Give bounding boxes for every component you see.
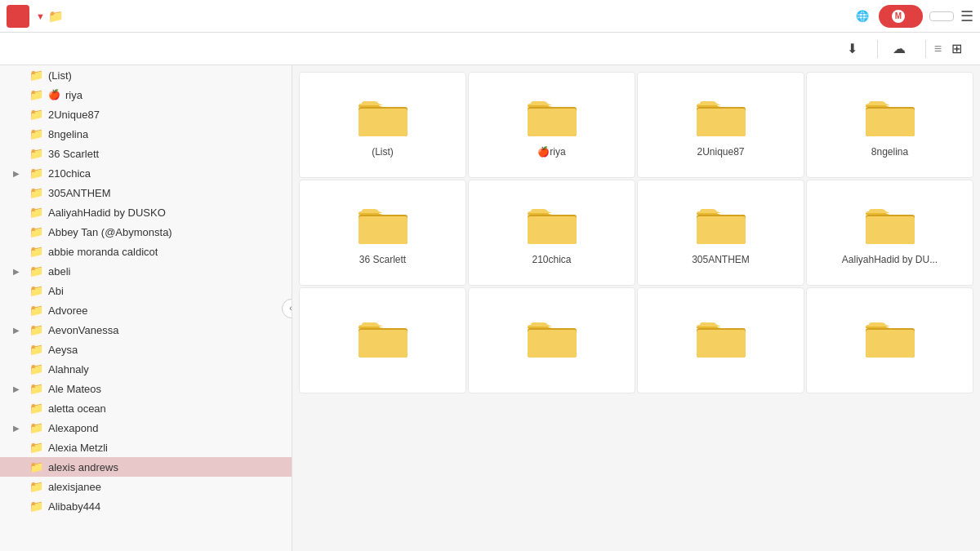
grid-folder-label: 36 Scarlett: [359, 254, 406, 265]
sidebar-folder-icon: 📁: [29, 284, 43, 297]
folder-icon-svg: [357, 203, 409, 246]
toolbar-divider-2: [925, 40, 926, 58]
sidebar-folder-icon: 📁: [29, 460, 43, 473]
sidebar-folder-icon: 📁: [29, 88, 43, 101]
grid-view-button[interactable]: ⊞: [947, 38, 967, 60]
mega-m-icon: M: [892, 10, 905, 23]
sidebar-items-list: 📁(List)📁🍎riya📁2Unique87📁8ngelina📁36 Scar…: [0, 65, 292, 516]
sidebar-item[interactable]: 📁aletta ocean: [0, 398, 292, 418]
sidebar-item[interactable]: 📁8ngelina: [0, 124, 292, 144]
download-zip-button[interactable]: ⬇: [835, 36, 874, 61]
sidebar-item[interactable]: 📁abbie moranda caldicot: [0, 242, 292, 261]
sidebar-item[interactable]: 📁Advoree: [0, 300, 292, 320]
sidebar-item[interactable]: 📁Alexia Metzli: [0, 438, 292, 457]
grid-folder-item[interactable]: 210chica: [468, 180, 635, 286]
breadcrumb-chevron-icon: ▼: [36, 11, 45, 21]
sidebar-item-label: 210chica: [48, 167, 91, 180]
sidebar-folder-icon: 📁: [29, 147, 43, 160]
sidebar-item-label: Aeysa: [48, 344, 78, 356]
mega-logo[interactable]: [7, 5, 29, 28]
svg-rect-9: [359, 216, 408, 244]
language-button[interactable]: 🌐: [856, 10, 872, 22]
sidebar-item[interactable]: 📁305ANTHEM: [0, 183, 292, 202]
grid-folder-item[interactable]: [468, 287, 635, 393]
list-view-button[interactable]: ≡: [929, 38, 947, 60]
navbar: ▼ 📁 🌐 M ☰: [0, 0, 980, 33]
folder-icon-svg: [526, 317, 578, 359]
grid-folder-item[interactable]: [806, 287, 973, 393]
list-view-icon: ≡: [934, 42, 942, 56]
sidebar-item[interactable]: 📁AaliyahHadid by DUSKO: [0, 202, 292, 222]
svg-rect-3: [528, 109, 577, 136]
sidebar-folder-icon: 📁: [29, 206, 43, 219]
svg-rect-13: [697, 216, 746, 244]
folder-icon-svg: [864, 203, 916, 246]
sidebar-folder-icon: 📁: [29, 245, 43, 258]
folder-icon-svg: [695, 96, 747, 138]
folder-icon-svg: [357, 317, 409, 359]
sidebar-item[interactable]: 📁2Unique87: [0, 104, 292, 124]
import-cloud-button[interactable]: ☁: [881, 36, 922, 61]
sidebar-item-label: aletta ocean: [48, 402, 106, 415]
sidebar-item-label: abeli: [48, 265, 70, 278]
sidebar-item-label: Ale Mateos: [48, 383, 101, 395]
sidebar-item[interactable]: ▶📁abeli: [0, 261, 292, 281]
sidebar-item[interactable]: 📁alexisjanee: [0, 477, 292, 496]
sidebar-item-label: 2Unique87: [48, 109, 100, 121]
folder-grid: (List)🍎riya2Unique878ngelina36 Scarlett2…: [299, 72, 973, 393]
sidebar-item[interactable]: 📁alexis andrews: [0, 457, 292, 477]
sidebar-item[interactable]: 📁Alahnaly: [0, 359, 292, 379]
folder-icon-svg: [526, 203, 578, 246]
login-button[interactable]: [929, 11, 954, 21]
grid-view-icon: ⊞: [951, 42, 962, 56]
grid-folder-item[interactable]: 2Unique87: [637, 72, 804, 178]
svg-rect-7: [866, 109, 915, 136]
sidebar: 📁(List)📁🍎riya📁2Unique87📁8ngelina📁36 Scar…: [0, 65, 292, 551]
sidebar-item-label: Abbey Tan (@Abymonsta): [48, 226, 172, 238]
sidebar-item-label: Alahnaly: [48, 363, 89, 375]
sidebar-folder-icon: 📁: [29, 186, 43, 199]
toolbar-divider: [877, 40, 878, 58]
grid-folder-item[interactable]: 🍎riya: [468, 72, 635, 178]
globe-icon: 🌐: [856, 10, 869, 22]
grid-folder-item[interactable]: [637, 287, 804, 393]
svg-rect-1: [359, 109, 408, 136]
folder-icon-svg: [526, 96, 578, 138]
grid-folder-item[interactable]: [299, 287, 466, 393]
grid-folder-item[interactable]: 36 Scarlett: [299, 180, 466, 286]
grid-folder-item[interactable]: 305ANTHEM: [637, 180, 804, 286]
grid-folder-item[interactable]: (List): [299, 72, 466, 178]
folder-icon-svg: [695, 203, 747, 246]
create-account-button[interactable]: M: [879, 5, 923, 28]
sidebar-item[interactable]: 📁Abbey Tan (@Abymonsta): [0, 222, 292, 242]
main-area: 📁(List)📁🍎riya📁2Unique87📁8ngelina📁36 Scar…: [0, 65, 980, 551]
sidebar-chevron-icon: ▶: [13, 169, 24, 178]
sidebar-item[interactable]: 📁🍎riya: [0, 85, 292, 104]
hamburger-menu-button[interactable]: ☰: [960, 7, 973, 25]
grid-folder-item[interactable]: 8ngelina: [806, 72, 973, 178]
sidebar-item[interactable]: 📁Aeysa: [0, 340, 292, 359]
sidebar-item[interactable]: ▶📁Ale Mateos: [0, 379, 292, 398]
sidebar-folder-icon: 📁: [29, 127, 43, 140]
sidebar-item[interactable]: ▶📁210chica: [0, 163, 292, 183]
sidebar-item[interactable]: 📁Alibaby444: [0, 496, 292, 516]
sidebar-item-label: 36 Scarlett: [48, 148, 99, 160]
breadcrumb: ▼ 📁: [36, 9, 77, 24]
sidebar-item[interactable]: 📁Abi: [0, 281, 292, 300]
sidebar-item[interactable]: ▶📁AevonVanessa: [0, 320, 292, 340]
grid-folder-label: 🍎riya: [537, 146, 565, 158]
grid-folder-item[interactable]: AaliyahHadid by DU...: [806, 180, 973, 286]
svg-rect-23: [866, 330, 915, 358]
sidebar-item[interactable]: ▶📁Alexapond: [0, 418, 292, 438]
grid-folder-label: (List): [372, 146, 394, 158]
sidebar-item[interactable]: 📁(List): [0, 65, 292, 85]
sidebar-item-label: Alibaby444: [48, 500, 100, 513]
mega-business-button[interactable]: [833, 13, 849, 20]
sidebar-chevron-icon: ▶: [13, 384, 24, 393]
sidebar-item[interactable]: 📁36 Scarlett: [0, 144, 292, 163]
sidebar-chevron-icon: ▶: [13, 267, 24, 276]
sidebar-item-label: riya: [65, 89, 82, 101]
sidebar-emoji: 🍎: [48, 89, 60, 100]
download-icon: ⬇: [847, 41, 858, 56]
sidebar-folder-icon: 📁: [29, 323, 43, 336]
